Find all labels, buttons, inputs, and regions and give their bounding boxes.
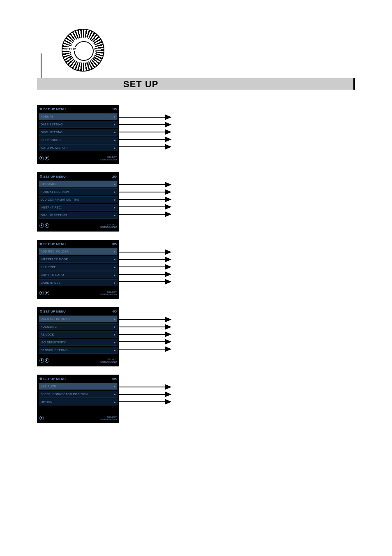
panel-footer: SELECTENTER/MENU [37,412,119,421]
chevron-right-icon: ▸ [114,349,116,352]
menu-item[interactable]: OPTION▸ [39,398,118,405]
menu-item[interactable]: AUTO POWER OFF▸ [39,144,118,151]
panel-header: ⚒ SET UP MENU 4/5 [37,310,119,315]
dpad-icon [45,291,49,295]
menu-item[interactable]: INITIALIZE▸ [39,383,118,390]
chevron-right-icon: ▸ [114,206,116,209]
wrench-icon: ⚒ [39,310,42,313]
chevron-right-icon: ▸ [114,190,116,194]
menu-item[interactable]: INSTANT REC.▸ [39,204,118,211]
chevron-right-icon: ▸ [114,214,116,217]
svg-marker-38 [166,340,171,344]
chevron-right-icon: ▸ [114,266,116,269]
svg-marker-2 [166,115,171,119]
menu-item[interactable]: COPY TO CARD▸ [39,271,118,278]
chevron-right-icon: ▸ [114,131,116,134]
connector-lines [119,113,175,154]
panel-header-title: ⚒ SET UP MENU [39,377,66,381]
nav-knob-hint [39,416,45,421]
panel-rows: INITIALIZE▸ SLEEP; CONNECTOR POSITION▸ O… [37,382,119,406]
menu-item[interactable]: FORMAT REC. NUM.▸ [39,188,118,195]
menu-panel-2: ⚒ SET UP MENU 2/5 LANGUAGE▸ FORMAT REC. … [37,172,119,232]
menu-item[interactable]: BEEP SOUND▸ [39,137,118,144]
menu-item[interactable]: CARD IN USE▸ [39,279,118,286]
mode-dial-label: SET UP [64,47,76,51]
wrench-icon: ⚒ [39,377,42,381]
dpad-icon [39,291,44,295]
chevron-right-icon: ▸ [114,333,116,336]
menu-item[interactable]: FILE TYPE▸ [39,264,118,271]
menu-item[interactable]: AE LOCK▸ [39,331,118,338]
menu-item[interactable]: SLEEP; CONNECTOR POSITION▸ [39,391,118,398]
menu-item[interactable]: FORMAT▸ [39,113,118,120]
panel-header: ⚒ SET UP MENU 5/5 [37,377,119,382]
dpad-icon [39,223,44,228]
svg-marker-36 [166,332,171,336]
panel-page-number: 3/5 [112,242,117,246]
menu-item[interactable]: DATE SETTING▸ [39,121,118,128]
dpad-icon [39,156,44,160]
menu-item[interactable]: FOCUSING▸ [39,323,118,330]
panel-header: ⚒ SET UP MENU 1/5 [37,107,119,113]
panel-footer: SELECTENTER/MENU [37,219,119,228]
nav-knob-hint [39,156,50,161]
panel-rows: USER DEFINITION 2▸ FOCUSING▸ AE LOCK▸ IS… [37,315,119,354]
chevron-right-icon: ▸ [114,325,116,329]
menu-item[interactable]: ISO SENSITIVITY▸ [39,339,118,346]
graph-icon: ☐ [85,33,89,37]
page: SET UP ▸ ◈ ▭ ✿ ✲ ☐ ↻ SET UP ⚒ SET UP MEN… [0,0,392,556]
chevron-right-icon: ▸ [114,146,116,150]
svg-marker-24 [166,257,171,262]
mode-dial-center [74,41,94,61]
chevron-right-icon: ▸ [114,250,116,253]
svg-marker-34 [166,325,171,329]
panel-header: ⚒ SET UP MENU 2/5 [37,175,119,180]
svg-marker-22 [166,250,171,254]
menu-item[interactable]: DIAL-UP SETTING▸ [39,212,118,219]
menu-item[interactable]: DISP. SETTING▸ [39,129,118,136]
footer-caption: SELECTENTER/MENU [100,416,117,421]
chevron-right-icon: ▸ [114,317,116,321]
chevron-right-icon: ▸ [114,183,116,186]
footer-caption: SELECTENTER/MENU [100,223,117,228]
menu-item[interactable]: LCD CONFIRMATION TIME▸ [39,196,118,203]
dpad-icon [39,416,44,420]
panel-rows: FORMAT▸ DATE SETTING▸ DISP. SETTING▸ BEE… [37,113,119,152]
menu-panel-1: ⚒ SET UP MENU 1/5 FORMAT▸ DATE SETTING▸ … [37,105,119,164]
panel-page-number: 5/5 [112,377,117,381]
section-header-bar: SET UP [37,78,355,90]
chevron-right-icon: ▸ [114,258,116,261]
menu-panel-3: ⚒ SET UP MENU 3/5 ADD REC. FOLDER▸ INTER… [37,240,119,299]
panel-rows: LANGUAGE▸ FORMAT REC. NUM.▸ LCD CONFIRMA… [37,180,119,219]
transfer-icon: ↻ [92,37,95,42]
camera-icon: ▭ [85,62,89,66]
svg-marker-40 [166,347,171,351]
menu-item[interactable]: INTERFACE MODE▸ [39,256,118,263]
menu-item[interactable]: USER DEFINITION 2▸ [39,315,118,322]
nav-knob-hint [39,223,50,228]
connector-lines [119,383,175,408]
panel-footer: SELECTENTER/MENU [37,287,119,296]
menu-panel-4: ⚒ SET UP MENU 4/5 USER DEFINITION 2▸ FOC… [37,307,119,366]
panel-page-number: 4/5 [112,310,117,313]
nav-knob-hint [39,358,50,363]
svg-marker-6 [166,130,171,134]
chevron-right-icon: ▸ [114,401,116,404]
connector-lines [119,181,175,222]
menu-item[interactable]: SENSOR SETTING▸ [39,347,118,354]
svg-marker-46 [166,400,171,404]
chevron-right-icon: ▸ [114,341,116,344]
menu-item[interactable]: ADD REC. FOLDER▸ [39,248,118,255]
dpad-icon [45,358,49,363]
svg-marker-30 [166,280,171,284]
panel-page-number: 1/5 [112,107,117,111]
panel-page-number: 2/5 [112,175,117,178]
menu-panel-5: ⚒ SET UP MENU 5/5 INITIALIZE▸ SLEEP; CON… [37,375,119,423]
svg-marker-20 [166,212,171,216]
panel-header: ⚒ SET UP MENU 3/5 [37,242,119,248]
svg-marker-28 [166,272,171,276]
panel-header-title: ⚒ SET UP MENU [39,242,66,246]
dpad-icon [45,223,49,228]
dpad-icon [45,156,49,160]
menu-item[interactable]: LANGUAGE▸ [39,181,118,188]
